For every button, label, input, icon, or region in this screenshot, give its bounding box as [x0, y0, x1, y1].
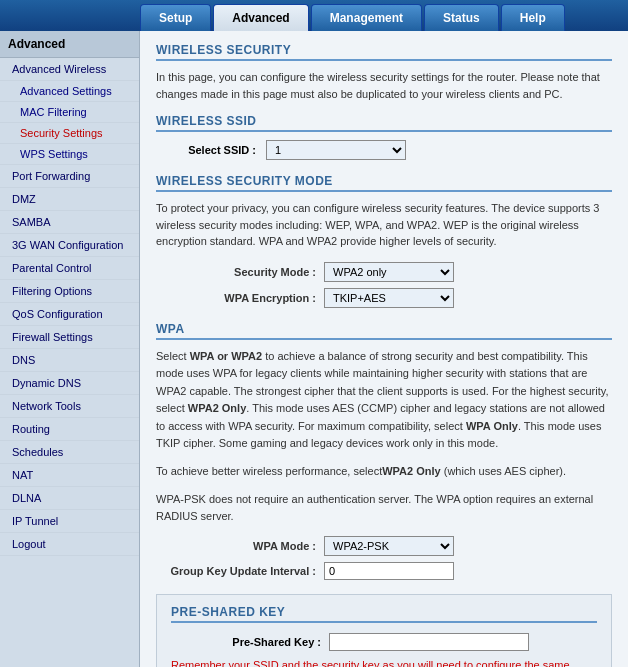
preshared-key-section: PRE-SHARED KEY Pre-Shared Key : Remember… — [156, 594, 612, 667]
security-mode-label: Security Mode : — [156, 266, 316, 278]
main-container: Advanced Advanced Wireless Advanced Sett… — [0, 31, 628, 667]
wireless-security-mode-section: WIRELESS SECURITY MODE To protect your p… — [156, 174, 612, 308]
sidebar-item-nat[interactable]: NAT — [0, 464, 139, 487]
sidebar-item-parental-control[interactable]: Parental Control — [0, 257, 139, 280]
wpa-mode-label: WPA Mode : — [156, 540, 316, 552]
page-description: In this page, you can configure the wire… — [156, 69, 612, 102]
sidebar-subitem-wps-settings[interactable]: WPS Settings — [0, 144, 139, 165]
wpa-encryption-row: WPA Encryption : TKIP+AES AES TKIP — [156, 288, 612, 308]
wpa-mode-row: WPA Mode : WPA2-PSK WPA-PSK WPA2-EAP WPA… — [156, 536, 612, 556]
preshared-key-input[interactable] — [329, 633, 529, 651]
wpa-description2: To achieve better wireless performance, … — [156, 463, 612, 481]
wpa-section: WPA Select WPA or WPA2 to achieve a bala… — [156, 322, 612, 580]
sidebar-item-port-forwarding[interactable]: Port Forwarding — [0, 165, 139, 188]
sidebar-item-ip-tunnel[interactable]: IP Tunnel — [0, 510, 139, 533]
sidebar-item-advanced-wireless[interactable]: Advanced Wireless — [0, 58, 139, 81]
ssid-select[interactable]: 1 2 3 4 — [266, 140, 406, 160]
ssid-label: Select SSID : — [156, 144, 256, 156]
preshared-key-title: PRE-SHARED KEY — [171, 605, 597, 623]
wpa-mode-select[interactable]: WPA2-PSK WPA-PSK WPA2-EAP WPA-EAP — [324, 536, 454, 556]
group-key-label: Group Key Update Interval : — [156, 565, 316, 577]
sidebar-section-advanced: Advanced — [0, 31, 139, 58]
wpa-encryption-select[interactable]: TKIP+AES AES TKIP — [324, 288, 454, 308]
wpa-encryption-label: WPA Encryption : — [156, 292, 316, 304]
sidebar-subitem-advanced-settings[interactable]: Advanced Settings — [0, 81, 139, 102]
top-nav: Setup Advanced Management Status Help — [0, 0, 628, 31]
sidebar-item-network-tools[interactable]: Network Tools — [0, 395, 139, 418]
ssid-row: Select SSID : 1 2 3 4 — [156, 140, 612, 160]
sidebar-item-dlna[interactable]: DLNA — [0, 487, 139, 510]
security-mode-select[interactable]: WPA2 only WPA only WPA/WPA2 WEP None — [324, 262, 454, 282]
sidebar-item-firewall-settings[interactable]: Firewall Settings — [0, 326, 139, 349]
wpa-description3: WPA-PSK does not require an authenticati… — [156, 491, 612, 526]
sidebar-subitem-mac-filtering[interactable]: MAC Filtering — [0, 102, 139, 123]
sidebar-item-dns[interactable]: DNS — [0, 349, 139, 372]
content-area: WIRELESS SECURITY In this page, you can … — [140, 31, 628, 667]
wireless-ssid-title: WIRELESS SSID — [156, 114, 612, 132]
tab-management[interactable]: Management — [311, 4, 422, 31]
preshared-key-row: Pre-Shared Key : — [171, 633, 597, 651]
sidebar: Advanced Advanced Wireless Advanced Sett… — [0, 31, 140, 667]
wireless-ssid-section: WIRELESS SSID Select SSID : 1 2 3 4 — [156, 114, 612, 160]
sidebar-item-samba[interactable]: SAMBA — [0, 211, 139, 234]
sidebar-item-dynamic-dns[interactable]: Dynamic DNS — [0, 372, 139, 395]
sidebar-item-schedules[interactable]: Schedules — [0, 441, 139, 464]
wireless-security-mode-desc: To protect your privacy, you can configu… — [156, 200, 612, 250]
reminder-text: Remember your SSID and the security key … — [171, 659, 597, 667]
sidebar-item-logout[interactable]: Logout — [0, 533, 139, 556]
security-mode-row: Security Mode : WPA2 only WPA only WPA/W… — [156, 262, 612, 282]
sidebar-item-3g-wan[interactable]: 3G WAN Configuration — [0, 234, 139, 257]
tab-setup[interactable]: Setup — [140, 4, 211, 31]
wireless-security-mode-title: WIRELESS SECURITY MODE — [156, 174, 612, 192]
tab-help[interactable]: Help — [501, 4, 565, 31]
sidebar-item-filtering-options[interactable]: Filtering Options — [0, 280, 139, 303]
group-key-row: Group Key Update Interval : — [156, 562, 612, 580]
wpa-title: WPA — [156, 322, 612, 340]
preshared-key-label: Pre-Shared Key : — [171, 636, 321, 648]
wpa-description1: Select WPA or WPA2 to achieve a balance … — [156, 348, 612, 454]
tab-advanced[interactable]: Advanced — [213, 4, 308, 31]
group-key-input[interactable] — [324, 562, 454, 580]
sidebar-item-dmz[interactable]: DMZ — [0, 188, 139, 211]
sidebar-subitem-security-settings[interactable]: Security Settings — [0, 123, 139, 144]
page-title: WIRELESS SECURITY — [156, 43, 612, 61]
sidebar-item-routing[interactable]: Routing — [0, 418, 139, 441]
sidebar-item-qos-config[interactable]: QoS Configuration — [0, 303, 139, 326]
tab-status[interactable]: Status — [424, 4, 499, 31]
